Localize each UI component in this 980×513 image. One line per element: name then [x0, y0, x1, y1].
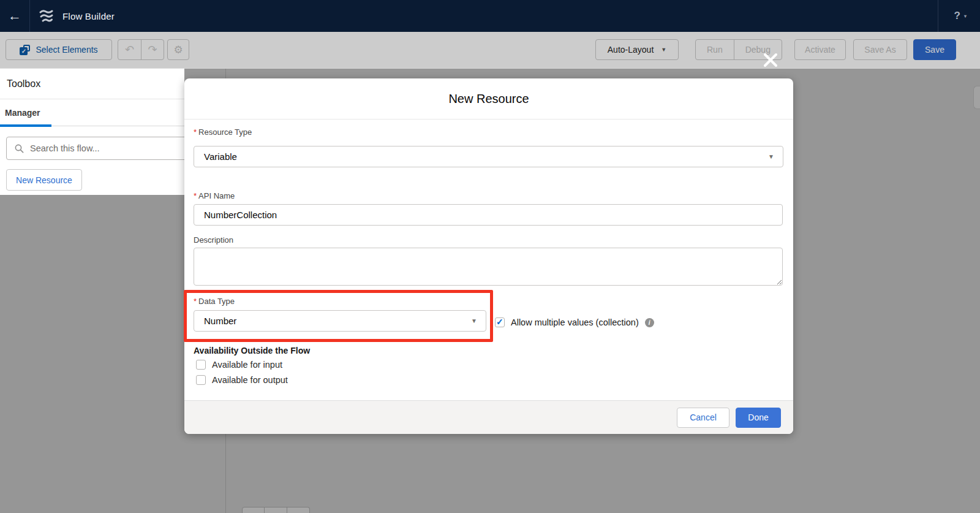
auto-layout-label: Auto-Layout: [608, 45, 654, 55]
zoom-in-button[interactable]: [287, 507, 310, 513]
modal-title: New Resource: [448, 92, 529, 106]
cancel-button[interactable]: Cancel: [677, 408, 729, 428]
select-elements-button[interactable]: ✓ Select Elements: [6, 39, 112, 60]
data-type-value: Number: [204, 316, 236, 326]
available-for-output-label: Available for output: [212, 375, 288, 385]
modal-footer: Cancel Done: [184, 400, 793, 434]
resource-type-value: Variable: [204, 151, 237, 162]
search-icon: [15, 144, 24, 153]
toolbox-title: Toolbox: [0, 69, 184, 89]
tab-manager[interactable]: Manager: [5, 108, 40, 118]
chevron-down-icon: ▾: [964, 13, 967, 19]
check-icon: ✓: [496, 317, 503, 327]
allow-multiple-label: Allow multiple values (collection): [511, 317, 639, 327]
navbar-right-divider: [938, 0, 938, 32]
resource-type-label: *Resource Type: [194, 127, 252, 137]
required-asterisk: *: [194, 191, 197, 200]
available-for-input-row: ✓ Available for input: [196, 360, 282, 370]
zoom-out-button[interactable]: [242, 507, 265, 513]
redo-icon: ↷: [148, 43, 157, 56]
new-resource-modal: New Resource *Resource Type Variable ▼ *…: [184, 78, 793, 434]
data-type-dropdown[interactable]: Number ▼: [194, 310, 486, 332]
data-type-label: *Data Type: [194, 297, 235, 306]
close-icon: [761, 51, 780, 69]
help-menu-button[interactable]: ? ▾: [954, 10, 967, 22]
help-icon: ?: [954, 10, 960, 22]
active-tab-underline: [0, 124, 51, 127]
available-for-input-checkbox[interactable]: ✓: [196, 360, 206, 370]
available-for-output-checkbox[interactable]: ✓: [196, 375, 206, 385]
resource-type-dropdown[interactable]: Variable ▼: [194, 146, 783, 167]
done-button[interactable]: Done: [736, 408, 781, 428]
required-asterisk: *: [194, 297, 197, 306]
save-button[interactable]: Save: [913, 39, 956, 60]
allow-multiple-checkbox[interactable]: ✓: [495, 317, 505, 327]
navbar-divider: [29, 0, 30, 32]
availability-heading: Availability Outside the Flow: [194, 346, 310, 355]
toolbox-tabs: Manager: [0, 99, 184, 126]
undo-button[interactable]: ↶: [118, 40, 141, 59]
activate-button[interactable]: Activate: [794, 39, 846, 60]
canvas-zoom-controls: [242, 507, 310, 513]
new-resource-button[interactable]: New Resource: [6, 169, 82, 191]
undo-icon: ↶: [125, 43, 134, 56]
app-title: Flow Builder: [62, 11, 115, 21]
flow-builder-logo-icon: [39, 9, 55, 23]
required-asterisk: *: [194, 127, 197, 137]
save-as-button[interactable]: Save As: [853, 39, 907, 60]
multi-select-icon: ✓: [20, 45, 30, 55]
save-label: Save: [925, 45, 944, 55]
chevron-down-icon: ▼: [768, 153, 774, 160]
top-navbar: ← Flow Builder ? ▾: [0, 0, 980, 32]
activate-label: Activate: [805, 45, 835, 55]
gear-icon: ⚙: [173, 44, 183, 56]
api-name-label: *API Name: [194, 191, 235, 200]
toolbox-panel: Toolbox Manager New Resource: [0, 69, 184, 195]
search-input[interactable]: [30, 143, 165, 153]
save-as-label: Save As: [864, 45, 895, 55]
available-for-output-row: ✓ Available for output: [196, 375, 288, 385]
available-for-input-label: Available for input: [212, 360, 282, 370]
info-icon[interactable]: i: [645, 318, 654, 327]
api-name-input[interactable]: [194, 204, 783, 226]
chevron-down-icon: ▼: [661, 47, 666, 53]
flow-builder-app: ← Flow Builder ? ▾ ✓ Select Elements: [0, 0, 980, 513]
allow-multiple-row: ✓ Allow multiple values (collection) i: [495, 317, 654, 327]
right-panel-toggle-button[interactable]: [973, 86, 980, 109]
run-label: Run: [707, 45, 723, 55]
new-resource-label: New Resource: [16, 175, 72, 185]
cancel-label: Cancel: [690, 412, 717, 422]
back-arrow-icon[interactable]: ←: [0, 0, 29, 32]
flow-search-box: [6, 137, 184, 160]
zoom-fit-button[interactable]: [265, 507, 287, 513]
select-elements-label: Select Elements: [36, 45, 97, 55]
description-label: Description: [194, 235, 233, 245]
description-textarea[interactable]: [194, 248, 783, 286]
flow-settings-button[interactable]: ⚙: [167, 39, 189, 60]
modal-header: New Resource: [184, 78, 793, 120]
chevron-down-icon: ▼: [471, 317, 477, 324]
auto-layout-dropdown[interactable]: Auto-Layout ▼: [595, 39, 679, 60]
run-button[interactable]: Run: [696, 40, 734, 59]
modal-close-button[interactable]: [760, 50, 781, 70]
redo-button[interactable]: ↷: [141, 40, 164, 59]
done-label: Done: [748, 412, 768, 422]
flow-toolbar: ✓ Select Elements ↶ ↷ ⚙ Auto-Layout ▼ Ru…: [0, 32, 980, 69]
undo-redo-group: ↶ ↷: [118, 39, 164, 60]
